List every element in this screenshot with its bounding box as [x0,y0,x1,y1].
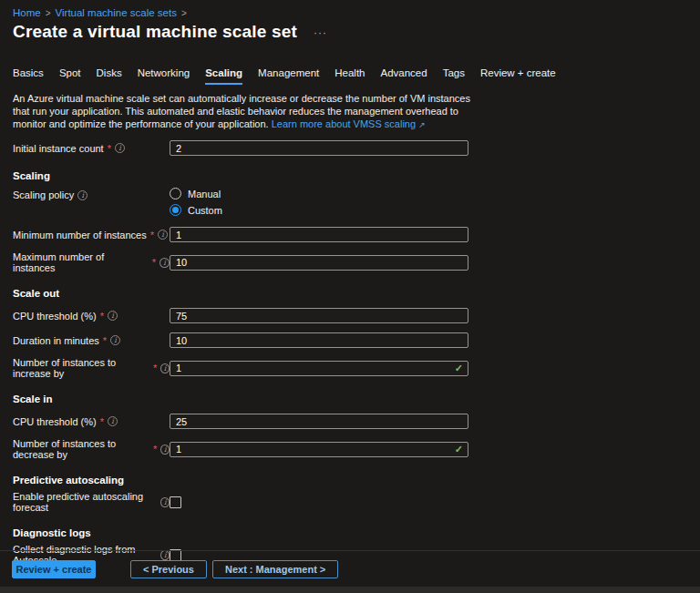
footer-buttons: Review + create < Previous Next : Manage… [0,551,700,587]
more-options-button[interactable]: ··· [314,26,327,39]
scale-out-cpu-row: CPU threshold (%) * i [13,308,687,323]
valid-check-icon: ✓ [455,444,463,455]
intro-text: An Azure virtual machine scale set can a… [13,92,481,131]
page-title: Create a virtual machine scale set [13,22,297,42]
decrease-by-label: Number of instances to decrease by [13,438,149,460]
chevron-right-icon: > [46,8,51,18]
tab-scaling[interactable]: Scaling [205,67,242,85]
info-icon[interactable]: i [160,258,170,268]
tab-advanced[interactable]: Advanced [380,67,427,85]
radio-option-custom[interactable]: Custom [170,204,468,216]
required-asterisk: * [100,311,104,322]
min-instances-input[interactable] [170,227,468,242]
initial-instance-count-row: Initial instance count * i [13,140,687,156]
field-label: CPU threshold (%) * i [13,311,170,322]
required-asterisk: * [103,335,107,346]
radio-custom-icon[interactable] [170,204,181,216]
duration-label: Duration in minutes [13,335,99,346]
field-label: Number of instances to increase by * i [13,357,170,379]
tab-review-create[interactable]: Review + create [480,67,556,85]
predictive-forecast-row: Enable predictive autoscaling forecast i [13,491,687,513]
increase-by-row: Number of instances to increase by * i ✓ [13,357,687,379]
min-instances-label: Minimum number of instances [13,230,147,240]
scaling-policy-label: Scaling policy [13,189,74,200]
radio-manual-label: Manual [188,189,221,199]
scaling-section-title: Scaling [13,170,687,181]
tab-networking[interactable]: Networking [138,67,190,85]
previous-button[interactable]: < Previous [130,560,207,578]
scale-out-cpu-label: CPU threshold (%) [13,311,97,322]
info-icon[interactable]: i [110,335,120,345]
scale-in-cpu-row: CPU threshold (%) * i [13,414,687,429]
duration-input[interactable] [170,332,468,348]
predictive-section-title: Predictive autoscaling [13,475,687,486]
breadcrumb-home-link[interactable]: Home [13,7,41,18]
info-icon[interactable]: i [115,143,125,153]
field-label: Duration in minutes * i [13,335,170,346]
tab-disks[interactable]: Disks [97,67,122,85]
vmss-scaling-learn-more-link[interactable]: Learn more about VMSS scaling [272,118,416,129]
initial-instance-count-label: Initial instance count [13,143,104,154]
field-label: Maximum number of instances * i [13,251,170,273]
predictive-forecast-checkbox[interactable] [170,496,181,508]
chevron-right-icon: > [181,8,187,18]
scale-in-cpu-label: CPU threshold (%) [13,416,97,427]
info-icon[interactable]: i [108,416,118,426]
scale-in-cpu-input[interactable] [170,414,468,429]
required-asterisk: * [100,416,104,427]
initial-instance-count-input[interactable] [170,140,468,156]
info-icon[interactable]: i [77,190,88,200]
diagnostic-section-title: Diagnostic logs [13,527,687,538]
tab-tags[interactable]: Tags [443,67,465,85]
max-instances-input[interactable] [170,255,468,271]
next-management-button[interactable]: Next : Management > [212,560,338,578]
wizard-footer: Review + create < Previous Next : Manage… [0,550,700,593]
valid-check-icon: ✓ [455,363,463,374]
field-label: Initial instance count * i [13,143,170,154]
predictive-forecast-label: Enable predictive autoscaling forecast [13,491,157,513]
tab-basics[interactable]: Basics [13,67,44,85]
duration-row: Duration in minutes * i [13,332,687,348]
field-label: Enable predictive autoscaling forecast i [13,491,170,513]
scale-in-section-title: Scale in [13,394,687,404]
radio-custom-label: Custom [188,205,222,216]
max-instances-row: Maximum number of instances * i [13,251,687,273]
tab-bar: Basics Spot Disks Networking Scaling Man… [13,67,687,85]
field-label: Number of instances to decrease by * i [13,438,170,460]
scale-out-section-title: Scale out [13,288,687,299]
max-instances-label: Maximum number of instances [13,251,149,273]
info-icon[interactable]: i [158,230,168,240]
info-icon[interactable]: i [160,363,170,373]
scaling-policy-row: Scaling policy i Manual Custom [13,188,687,216]
info-icon[interactable]: i [108,311,118,321]
breadcrumb: Home > Virtual machine scale sets > [13,7,687,18]
field-label: Minimum number of instances * i [13,230,170,240]
title-row: Create a virtual machine scale set ··· [13,22,687,42]
required-asterisk: * [152,257,156,268]
page-content: Home > Virtual machine scale sets > Crea… [0,0,700,566]
increase-by-label: Number of instances to increase by [13,357,149,379]
tab-health[interactable]: Health [335,67,365,85]
review-create-button[interactable]: Review + create [12,560,96,578]
required-asterisk: * [153,444,157,455]
tab-spot[interactable]: Spot [59,67,81,85]
external-link-icon: ↗ [418,120,426,129]
min-instances-row: Minimum number of instances * i [13,227,687,242]
increase-by-input[interactable] [170,361,468,376]
scaling-policy-radio-group: Manual Custom [170,188,468,216]
radio-manual-icon[interactable] [170,188,181,199]
tab-management[interactable]: Management [258,67,319,85]
field-label: CPU threshold (%) * i [13,416,170,427]
breadcrumb-vmss-link[interactable]: Virtual machine scale sets [56,7,177,18]
scale-out-cpu-input[interactable] [170,308,468,323]
info-icon[interactable]: i [160,445,170,455]
decrease-by-row: Number of instances to decrease by * i ✓ [13,438,687,460]
radio-option-manual[interactable]: Manual [170,188,468,199]
required-asterisk: * [150,230,154,240]
bottom-strip [0,587,700,593]
required-asterisk: * [153,363,157,373]
required-asterisk: * [108,143,111,154]
info-icon[interactable]: i [160,497,170,507]
decrease-by-input[interactable] [170,442,468,457]
field-label: Scaling policy i [13,189,170,200]
